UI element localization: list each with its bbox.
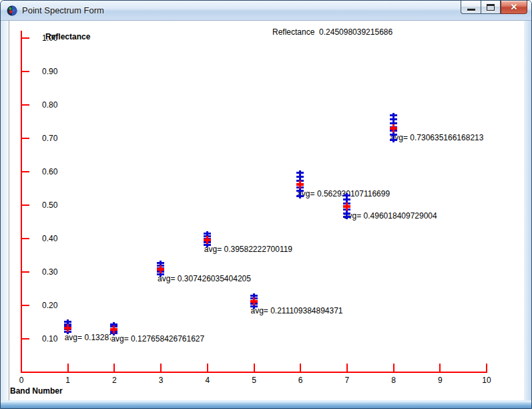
y-tick xyxy=(21,238,29,239)
avg-marker-h xyxy=(157,268,164,271)
sample-marker xyxy=(296,195,304,197)
x-tick-label: 2 xyxy=(104,376,124,385)
y-tick xyxy=(21,104,29,106)
x-tick xyxy=(300,364,301,372)
x-axis-line xyxy=(21,372,487,373)
plot-area: Reflectance 0.245098039215686 Reflectanc… xyxy=(1,1,532,409)
x-tick xyxy=(439,364,441,372)
y-tick-label: 0.40 xyxy=(42,234,57,243)
x-tick-label: 1 xyxy=(58,376,78,385)
x-tick-label: 5 xyxy=(244,376,264,385)
avg-label: avg= 0.730635166168213 xyxy=(390,133,484,143)
sample-marker xyxy=(390,114,397,116)
x-tick xyxy=(21,364,22,372)
avg-label: avg= 0.307426035404205 xyxy=(158,274,251,284)
y-tick xyxy=(21,138,29,139)
avg-marker-h xyxy=(110,328,117,331)
avg-marker-h xyxy=(204,239,211,241)
sample-marker xyxy=(157,273,164,275)
y-tick xyxy=(21,37,29,39)
window-title: Point Spectrum Form xyxy=(22,5,104,15)
y-tick-label: 0.70 xyxy=(42,134,57,143)
sample-marker xyxy=(296,172,304,174)
y-tick-label: 0.80 xyxy=(42,100,57,110)
close-icon: ✕ xyxy=(511,3,518,11)
close-button[interactable]: ✕ xyxy=(501,1,527,14)
y-tick xyxy=(21,271,29,273)
y-axis-line xyxy=(21,31,22,373)
sample-marker xyxy=(296,190,304,192)
x-tick-label: 8 xyxy=(384,376,404,385)
y-tick xyxy=(21,171,29,172)
avg-label: avg= 0.496018409729004 xyxy=(344,211,437,221)
sample-marker xyxy=(390,134,397,136)
sample-marker xyxy=(343,198,350,200)
sample-marker xyxy=(250,305,258,307)
window-controls: ✕ xyxy=(461,1,527,14)
cursor-reflectance-readout: Reflectance 0.245098039215686 xyxy=(272,27,392,37)
x-axis-title: Band Number xyxy=(10,386,63,396)
x-tick xyxy=(486,364,487,372)
sample-marker xyxy=(343,194,350,196)
app-icon[interactable] xyxy=(7,5,17,16)
avg-marker-h xyxy=(64,327,71,329)
x-tick-label: 7 xyxy=(337,376,357,385)
sample-marker xyxy=(64,321,71,323)
x-tick-label: 9 xyxy=(430,376,450,385)
window-frame-bottom xyxy=(1,400,532,408)
y-tick xyxy=(21,305,29,306)
sample-marker xyxy=(204,233,211,235)
x-tick-label: 4 xyxy=(198,376,218,385)
sample-marker xyxy=(296,176,304,178)
x-tick xyxy=(207,364,208,372)
y-tick xyxy=(21,204,29,206)
sample-marker xyxy=(250,295,258,297)
sample-marker xyxy=(157,262,164,264)
y-tick-label: 0.20 xyxy=(42,301,57,310)
y-tick-label: 0.90 xyxy=(42,67,57,76)
avg-marker-h xyxy=(343,205,350,208)
avg-label: avg= 0.211109384894371 xyxy=(251,306,343,316)
x-tick xyxy=(346,364,348,372)
minimize-button[interactable] xyxy=(461,1,481,14)
avg-marker-h xyxy=(250,300,258,303)
x-tick-label: 0 xyxy=(11,376,31,385)
y-tick-label: 1.00 xyxy=(42,33,57,43)
title-bar[interactable]: Point Spectrum Form ✕ xyxy=(1,1,532,21)
avg-label: avg= 0.39582222700119 xyxy=(204,245,292,255)
maximize-button[interactable] xyxy=(481,1,501,14)
y-tick-label: 0.50 xyxy=(42,200,57,210)
window-frame-left xyxy=(1,21,9,402)
window-frame-right xyxy=(524,21,531,402)
y-tick-label: 0.10 xyxy=(42,334,57,344)
x-tick-label: 10 xyxy=(477,376,497,385)
sample-marker xyxy=(390,139,397,141)
maximize-icon xyxy=(487,4,495,11)
sample-marker xyxy=(390,118,397,120)
x-tick xyxy=(113,364,115,372)
avg-marker-h xyxy=(296,183,304,186)
sample-marker xyxy=(343,213,350,215)
avg-label: avg= 0.127658426761627 xyxy=(111,334,204,344)
y-tick-label: 0.30 xyxy=(42,267,57,277)
minimize-icon xyxy=(467,9,475,11)
x-tick xyxy=(393,364,394,372)
avg-marker-h xyxy=(390,127,397,130)
point-spectrum-window: Reflectance 0.245098039215686 Reflectanc… xyxy=(0,0,532,409)
x-tick xyxy=(67,364,69,372)
x-tick-label: 3 xyxy=(151,376,171,385)
y-tick-label: 0.60 xyxy=(42,167,57,176)
x-tick xyxy=(160,364,162,372)
x-tick xyxy=(254,364,255,372)
y-tick xyxy=(21,71,29,72)
x-tick-label: 6 xyxy=(290,376,310,385)
sample-marker xyxy=(204,244,211,246)
y-tick xyxy=(21,338,29,339)
sample-marker xyxy=(343,216,350,218)
